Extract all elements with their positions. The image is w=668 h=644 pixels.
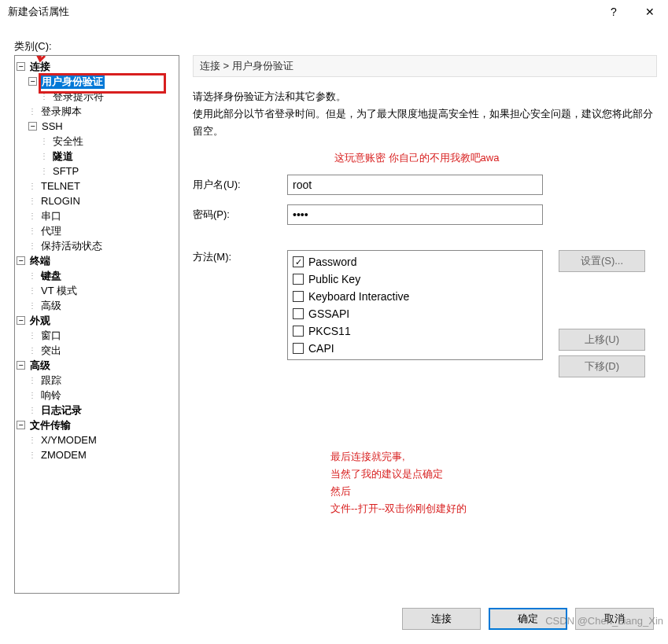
tree-node-keepalive[interactable]: ⋮保持活动状态 xyxy=(17,238,177,253)
method-item-capi[interactable]: CAPI xyxy=(293,340,537,357)
movedown-button[interactable]: 下移(D) xyxy=(559,355,645,377)
tree-node-terminal[interactable]: −终端 xyxy=(17,253,177,268)
tree-node-trace[interactable]: ⋮跟踪 xyxy=(17,373,177,388)
annotation-text-1: 这玩意账密 你自己的不用我教吧awa xyxy=(334,151,657,165)
breadcrumb: 连接 > 用户身份验证 xyxy=(193,55,657,77)
moveup-button[interactable]: 上移(U) xyxy=(559,329,645,351)
close-button[interactable]: ✕ xyxy=(632,0,668,24)
collapse-icon[interactable]: − xyxy=(17,256,25,265)
tree-node-filetransfer[interactable]: −文件传输 xyxy=(17,418,177,432)
tree-node-xymodem[interactable]: ⋮X/YMODEM xyxy=(17,432,177,447)
tree-node-sftp[interactable]: ⋮SFTP xyxy=(17,164,177,178)
collapse-icon[interactable]: − xyxy=(17,421,25,429)
collapse-icon[interactable]: − xyxy=(28,122,37,131)
tree-node-window[interactable]: ⋮窗口 xyxy=(17,328,177,343)
method-item-gssapi[interactable]: GSSAPI xyxy=(293,305,537,322)
category-tree: −连接 −用户身份验证 ⋮登录提示符 ⋮登录脚本 −SSH ⋮安全性 ⋮隧道 ⋮… xyxy=(14,55,179,594)
checkbox-icon[interactable] xyxy=(293,343,304,354)
tree-node-highlight[interactable]: ⋮突出 xyxy=(17,343,177,358)
username-label: 用户名(U): xyxy=(193,178,287,192)
tree-node-login-script[interactable]: ⋮登录脚本 xyxy=(17,104,177,119)
tree-node-appearance[interactable]: −外观 xyxy=(17,313,177,328)
method-item-publickey[interactable]: Public Key xyxy=(293,270,537,288)
settings-button[interactable]: 设置(S)... xyxy=(559,250,645,272)
tree-node-security[interactable]: ⋮安全性 xyxy=(17,134,177,149)
method-item-pkcs11[interactable]: PKCS11 xyxy=(293,322,537,340)
checkbox-icon[interactable] xyxy=(293,274,304,285)
tree-node-advanced[interactable]: −高级 xyxy=(17,358,177,373)
tree-node-auth[interactable]: −用户身份验证 xyxy=(17,74,177,89)
tree-node-bell[interactable]: ⋮响铃 xyxy=(17,388,177,403)
content-panel: 连接 > 用户身份验证 请选择身份验证方法和其它参数。 使用此部分以节省登录时间… xyxy=(193,55,657,517)
tree-node-advanced-term[interactable]: ⋮高级 xyxy=(17,298,177,313)
tree-node-vtmode[interactable]: ⋮VT 模式 xyxy=(17,283,177,298)
method-label: 方法(M): xyxy=(193,250,287,264)
username-input[interactable] xyxy=(287,175,543,195)
description-text: 请选择身份验证方法和其它参数。 使用此部分以节省登录时间。但是，为了最大限度地提… xyxy=(193,88,657,140)
watermark-text: CSDN @Chen_Liang_Xin xyxy=(545,615,663,627)
tree-node-rlogin[interactable]: ⋮RLOGIN xyxy=(17,193,177,208)
tree-node-login-prompt[interactable]: ⋮登录提示符 xyxy=(17,89,177,104)
help-button[interactable]: ? xyxy=(596,0,632,24)
checkbox-icon[interactable] xyxy=(293,326,304,337)
collapse-icon[interactable]: − xyxy=(17,62,25,71)
tree-node-serial[interactable]: ⋮串口 xyxy=(17,208,177,223)
method-listbox[interactable]: ✓Password Public Key Keyboard Interactiv… xyxy=(287,250,543,360)
window-title: 新建会话属性 xyxy=(8,5,596,19)
tree-node-keyboard[interactable]: ⋮键盘 xyxy=(17,268,177,283)
tree-node-tunnel[interactable]: ⋮隧道 xyxy=(17,149,177,164)
tree-node-proxy[interactable]: ⋮代理 xyxy=(17,223,177,238)
category-label: 类别(C): xyxy=(14,39,52,53)
checkbox-icon[interactable] xyxy=(293,291,304,302)
tree-node-zmodem[interactable]: ⋮ZMODEM xyxy=(17,447,177,462)
collapse-icon[interactable]: − xyxy=(28,77,37,86)
method-item-keyboard[interactable]: Keyboard Interactive xyxy=(293,288,537,305)
checkbox-icon[interactable] xyxy=(293,308,304,319)
annotation-arrow-icon xyxy=(34,55,57,65)
tree-node-telnet[interactable]: ⋮TELNET xyxy=(17,178,177,193)
collapse-icon[interactable]: − xyxy=(17,361,25,370)
tree-node-logging[interactable]: ⋮日志记录 xyxy=(17,403,177,418)
titlebar: 新建会话属性 ? ✕ xyxy=(0,0,668,24)
checkbox-checked-icon[interactable]: ✓ xyxy=(293,256,304,267)
tree-node-ssh[interactable]: −SSH xyxy=(17,119,177,134)
collapse-icon[interactable]: − xyxy=(17,316,25,325)
method-item-password[interactable]: ✓Password xyxy=(293,253,537,270)
password-label: 密码(P): xyxy=(193,208,287,222)
connect-button[interactable]: 连接 xyxy=(402,608,481,630)
annotation-text-2: 最后连接就完事, 当然了我的建议是点确定 然后 文件--打开--双击你刚创建好的 xyxy=(330,448,657,517)
password-input[interactable] xyxy=(287,204,543,225)
